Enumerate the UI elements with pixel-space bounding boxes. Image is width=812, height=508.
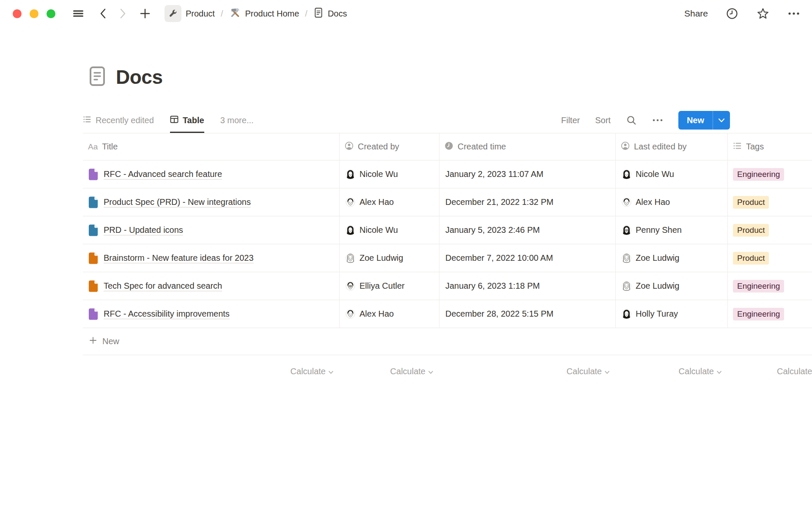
hammer-wrench-icon bbox=[229, 7, 241, 21]
filter-button[interactable]: Filter bbox=[561, 116, 580, 125]
column-header-created-time[interactable]: Created time bbox=[439, 133, 616, 160]
created-by-cell[interactable]: Elliya Cutler bbox=[340, 272, 439, 300]
tags-cell[interactable]: Product bbox=[728, 188, 812, 216]
tag-pill: Engineering bbox=[733, 308, 784, 320]
clock-icon bbox=[444, 141, 453, 152]
text-type-icon: Aa bbox=[88, 142, 98, 152]
tags-cell[interactable]: Product bbox=[728, 216, 812, 244]
favorite-star-icon[interactable] bbox=[756, 7, 770, 20]
window-titlebar: Product / Product Home / Docs Share bbox=[0, 0, 812, 27]
back-icon[interactable] bbox=[98, 8, 109, 19]
tag-pill: Engineering bbox=[733, 168, 784, 181]
tab-recently-edited[interactable]: Recently edited bbox=[83, 108, 154, 133]
table-row[interactable]: RFC - Advanced search feature Nicole Wu … bbox=[83, 160, 812, 188]
doc-title-cell[interactable]: RFC - Accessibility improvements bbox=[83, 300, 340, 328]
breadcrumb-item-product-home[interactable]: Product Home bbox=[229, 7, 299, 21]
column-header-tags[interactable]: Tags bbox=[728, 133, 812, 160]
sidebar-menu-icon[interactable] bbox=[72, 8, 84, 19]
last-edited-by-cell[interactable]: Nicole Wu bbox=[616, 160, 728, 188]
tags-cell[interactable]: Engineering bbox=[728, 272, 812, 300]
calculate-last-edited-by[interactable]: Calculate bbox=[616, 355, 728, 385]
created-by-cell[interactable]: Nicole Wu bbox=[340, 160, 439, 188]
last-edited-by-cell[interactable]: Holly Turay bbox=[616, 300, 728, 328]
column-header-label: Title bbox=[102, 142, 118, 152]
avatar bbox=[622, 197, 631, 207]
breadcrumb-item-docs[interactable]: Docs bbox=[313, 7, 347, 20]
calculate-created-time[interactable]: Calculate bbox=[439, 355, 616, 385]
created-by-cell[interactable]: Alex Hao bbox=[340, 188, 439, 216]
updates-clock-icon[interactable] bbox=[726, 7, 738, 20]
person-name: Alex Hao bbox=[359, 309, 394, 319]
calculate-title[interactable]: Calculate bbox=[83, 355, 340, 385]
calculate-tags[interactable]: Calculate bbox=[728, 355, 812, 385]
created-time-cell[interactable]: December 28, 2022 5:15 PM bbox=[439, 300, 616, 328]
person-name: Elliya Cutler bbox=[359, 281, 405, 291]
sort-button[interactable]: Sort bbox=[595, 116, 611, 125]
avatar bbox=[622, 225, 631, 235]
share-button[interactable]: Share bbox=[684, 8, 708, 19]
created-by-cell[interactable]: Zoe Ludwig bbox=[340, 244, 439, 272]
tags-cell[interactable]: Product bbox=[728, 244, 812, 272]
last-edited-by-cell[interactable]: Zoe Ludwig bbox=[616, 272, 728, 300]
more-options-icon[interactable] bbox=[787, 11, 800, 16]
table-icon bbox=[170, 115, 178, 126]
avatar bbox=[346, 225, 355, 235]
person-name: Penny Shen bbox=[636, 225, 682, 235]
chevron-down-icon bbox=[328, 367, 334, 376]
person-name: Holly Turay bbox=[636, 309, 678, 319]
breadcrumb-item-product[interactable]: Product bbox=[165, 5, 215, 22]
column-header-created-by[interactable]: Created by bbox=[340, 133, 439, 160]
created-time-cell[interactable]: December 7, 2022 10:00 AM bbox=[439, 244, 616, 272]
minimize-window-button[interactable] bbox=[30, 9, 38, 18]
search-icon[interactable] bbox=[626, 115, 637, 126]
column-header-last-edited-by[interactable]: Last edited by bbox=[616, 133, 728, 160]
view-options-icon[interactable] bbox=[652, 119, 663, 122]
zoom-window-button[interactable] bbox=[47, 9, 55, 18]
last-edited-by-cell[interactable]: Penny Shen bbox=[616, 216, 728, 244]
column-header-label: Created time bbox=[458, 142, 506, 152]
table-row[interactable]: PRD - Updated icons Nicole Wu January 5,… bbox=[83, 216, 812, 244]
tab-more-views[interactable]: 3 more... bbox=[220, 108, 254, 133]
page-icon bbox=[88, 168, 99, 181]
table-body: RFC - Advanced search feature Nicole Wu … bbox=[83, 160, 812, 328]
chevron-down-icon bbox=[428, 367, 433, 376]
tag-pill: Product bbox=[733, 196, 769, 209]
doc-title: Product Spec (PRD) - New integrations bbox=[104, 197, 251, 207]
doc-title: RFC - Advanced search feature bbox=[104, 169, 222, 179]
tab-table[interactable]: Table bbox=[170, 108, 204, 133]
chevron-down-icon[interactable] bbox=[713, 111, 730, 130]
calculate-created-by[interactable]: Calculate bbox=[340, 355, 439, 385]
doc-title-cell[interactable]: Tech Spec for advanced search bbox=[83, 272, 340, 300]
tags-cell[interactable]: Engineering bbox=[728, 300, 812, 328]
doc-title-cell[interactable]: Brainstorm - New feature ideas for 2023 bbox=[83, 244, 340, 272]
column-header-title[interactable]: AaTitle bbox=[83, 133, 340, 160]
doc-title-cell[interactable]: RFC - Advanced search feature bbox=[83, 160, 340, 188]
add-new-row[interactable]: New bbox=[83, 328, 812, 355]
tags-cell[interactable]: Engineering bbox=[728, 160, 812, 188]
new-button[interactable]: New bbox=[678, 111, 730, 130]
doc-title-cell[interactable]: PRD - Updated icons bbox=[83, 216, 340, 244]
created-by-cell[interactable]: Nicole Wu bbox=[340, 216, 439, 244]
list-icon bbox=[83, 115, 91, 126]
table-row[interactable]: Brainstorm - New feature ideas for 2023 … bbox=[83, 244, 812, 272]
last-edited-by-cell[interactable]: Zoe Ludwig bbox=[616, 244, 728, 272]
breadcrumb-label: Product bbox=[186, 9, 215, 19]
table-row[interactable]: RFC - Accessibility improvements Alex Ha… bbox=[83, 300, 812, 328]
created-time-cell[interactable]: December 21, 2022 1:32 PM bbox=[439, 188, 616, 216]
avatar bbox=[622, 253, 631, 263]
last-edited-by-cell[interactable]: Alex Hao bbox=[616, 188, 728, 216]
forward-icon[interactable] bbox=[117, 8, 128, 19]
new-page-icon[interactable] bbox=[139, 8, 151, 19]
created-time-cell[interactable]: January 2, 2023 11:07 AM bbox=[439, 160, 616, 188]
doc-title-cell[interactable]: Product Spec (PRD) - New integrations bbox=[83, 188, 340, 216]
created-time-cell[interactable]: January 5, 2023 2:46 PM bbox=[439, 216, 616, 244]
created-time-cell[interactable]: January 6, 2023 1:18 PM bbox=[439, 272, 616, 300]
page-icon bbox=[88, 196, 99, 209]
close-window-button[interactable] bbox=[13, 9, 22, 18]
table-row[interactable]: Product Spec (PRD) - New integrations Al… bbox=[83, 188, 812, 216]
table-row[interactable]: Tech Spec for advanced search Elliya Cut… bbox=[83, 272, 812, 300]
page-doc-icon[interactable] bbox=[87, 65, 107, 89]
new-button-label[interactable]: New bbox=[678, 111, 713, 130]
created-by-cell[interactable]: Alex Hao bbox=[340, 300, 439, 328]
calculate-label: Calculate bbox=[291, 367, 326, 376]
